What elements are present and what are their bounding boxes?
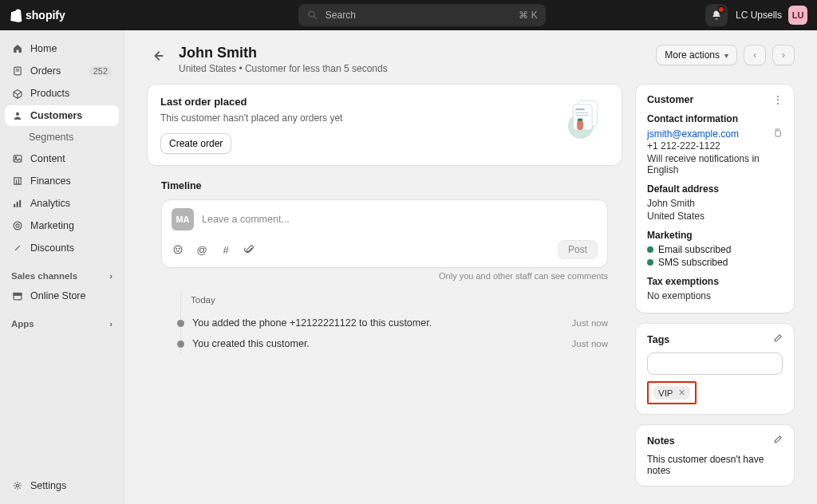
tag-input[interactable] [647, 352, 783, 375]
comment-input[interactable] [202, 214, 598, 225]
notes-body: This customer doesn't have notes [647, 454, 783, 476]
customer-heading: Customer [647, 94, 693, 105]
status-dot-icon [647, 246, 653, 253]
svg-point-2 [16, 112, 19, 116]
gear-icon [11, 479, 24, 492]
marketing-icon [11, 219, 24, 232]
timeline-section: Timeline MA @ # Post [147, 180, 622, 354]
notes-card: Notes This customer doesn't have notes [635, 424, 795, 486]
staff-avatar: MA [172, 208, 194, 230]
discounts-icon [11, 242, 24, 254]
chevron-right-icon: › [109, 271, 112, 281]
svg-rect-6 [17, 202, 18, 207]
timeline-privacy-note: Only you and other staff can see comment… [161, 271, 608, 281]
tag-highlight: VIP ✕ [647, 381, 697, 404]
account-menu[interactable]: LC Upsells LU [736, 6, 807, 25]
topbar: shopify Search ⌘ K LC Upsells LU [0, 0, 817, 30]
next-customer-button[interactable]: › [772, 45, 795, 65]
nav-segments[interactable]: Segments [5, 128, 119, 147]
customer-phone: +1 212-222-1122 [647, 140, 783, 152]
address-heading: Default address [647, 183, 783, 195]
notes-heading: Notes [647, 435, 675, 447]
brand-name: shopify [26, 9, 65, 22]
search-icon [306, 9, 319, 22]
timeline-dot-icon [177, 341, 184, 348]
nav-content[interactable]: Content [5, 148, 119, 169]
tags-heading: Tags [647, 334, 669, 345]
svg-point-23 [179, 248, 180, 249]
notifications-button[interactable] [705, 4, 728, 26]
nav-home[interactable]: Home [5, 38, 119, 59]
nav-finances[interactable]: Finances [5, 171, 119, 191]
search-box[interactable]: Search ⌘ K [298, 4, 546, 26]
nav-products[interactable]: Products [5, 83, 119, 104]
nav-settings[interactable]: Settings [5, 475, 119, 496]
search-shortcut: ⌘ K [519, 10, 537, 21]
timeline-heading: Timeline [161, 180, 608, 191]
nav-marketing[interactable]: Marketing [5, 215, 119, 236]
svg-point-0 [309, 11, 314, 17]
sms-status: SMS subscribed [647, 257, 783, 268]
nav-section-sales-channels[interactable]: Sales channels› [5, 268, 119, 284]
svg-rect-19 [577, 120, 583, 130]
email-status: Email subscribed [647, 244, 783, 255]
products-icon [11, 87, 24, 100]
address-name: John Smith [647, 198, 783, 209]
nav-analytics[interactable]: Analytics [5, 193, 119, 214]
order-illustration [558, 96, 609, 139]
svg-point-12 [16, 484, 19, 487]
create-order-button[interactable]: Create order [160, 133, 231, 154]
svg-rect-18 [575, 115, 588, 116]
edit-notes-button[interactable] [772, 435, 783, 447]
nav-section-apps[interactable]: Apps› [5, 316, 119, 332]
marketing-heading: Marketing [647, 230, 783, 241]
timeline-dot-icon [177, 320, 184, 327]
nav-discounts[interactable]: Discounts [5, 238, 119, 258]
more-actions-button[interactable]: More actions▾ [656, 45, 737, 65]
remove-tag-icon[interactable]: ✕ [678, 388, 685, 398]
svg-rect-16 [575, 108, 584, 110]
status-dot-icon [647, 259, 653, 266]
content-icon [11, 152, 24, 165]
customers-icon [11, 109, 24, 122]
topbar-right: LC Upsells LU [705, 4, 807, 26]
customer-card: Customer ⋮ Contact information jsmith@ex… [635, 84, 795, 313]
tag-chip[interactable]: VIP ✕ [653, 386, 690, 400]
svg-rect-24 [776, 131, 781, 136]
page-header: John Smith United States • Customer for … [147, 45, 795, 74]
contact-heading: Contact information [647, 113, 783, 124]
last-order-body: This customer hasn't placed any orders y… [160, 112, 548, 124]
orders-icon [11, 65, 24, 77]
customer-email[interactable]: jsmith@example.com [647, 128, 739, 140]
post-button[interactable]: Post [558, 240, 598, 259]
prev-customer-button[interactable]: ‹ [744, 45, 766, 65]
nav-orders[interactable]: Orders252 [5, 61, 119, 81]
svg-rect-11 [14, 293, 22, 296]
svg-point-22 [176, 248, 177, 249]
page-title: John Smith [179, 45, 388, 61]
customer-language: Will receive notifications in English [647, 153, 783, 175]
notification-dot [717, 6, 725, 14]
svg-point-8 [14, 222, 22, 230]
edit-tags-button[interactable] [772, 333, 783, 346]
last-order-title: Last order placed [160, 96, 548, 108]
nav-online-store[interactable]: Online Store [5, 285, 119, 306]
nav-customers[interactable]: Customers [5, 105, 119, 126]
svg-rect-7 [19, 200, 21, 207]
search-placeholder: Search [326, 10, 356, 21]
orders-count: 252 [89, 66, 112, 76]
hashtag-icon[interactable]: # [219, 243, 232, 256]
emoji-icon[interactable] [172, 243, 184, 256]
copy-icon[interactable] [772, 128, 783, 140]
attachment-icon[interactable] [243, 243, 256, 256]
timeline-date: Today [181, 292, 608, 313]
back-button[interactable] [147, 45, 169, 67]
brand-logo[interactable]: shopify [10, 8, 65, 22]
svg-rect-5 [14, 204, 15, 207]
finances-icon [11, 175, 24, 187]
account-label: LC Upsells [736, 10, 782, 21]
svg-rect-20 [578, 119, 582, 121]
mention-icon[interactable]: @ [195, 243, 208, 256]
tax-body: No exemptions [647, 290, 783, 301]
customer-menu-button[interactable]: ⋮ [773, 94, 783, 105]
